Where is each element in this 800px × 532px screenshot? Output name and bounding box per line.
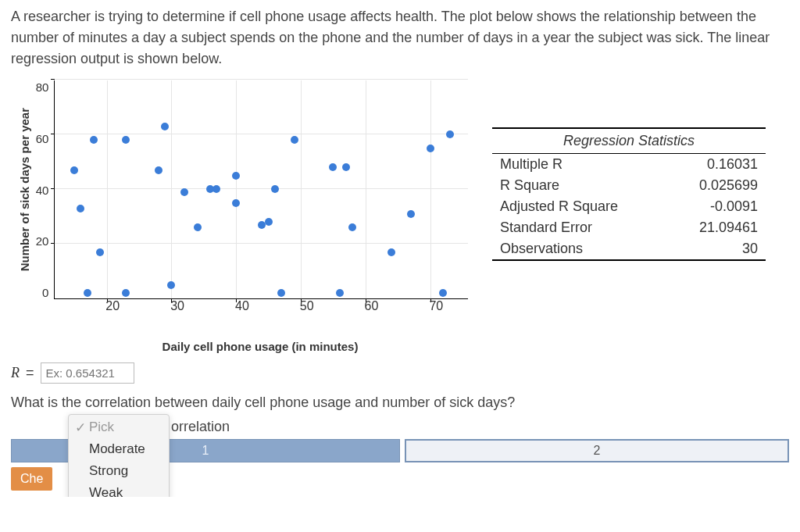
data-point	[70, 166, 78, 174]
r-symbol: R	[11, 365, 20, 381]
dropdown-option-weak[interactable]: Weak	[69, 482, 169, 497]
r-value-input[interactable]	[41, 362, 134, 384]
y-tick: 60	[36, 132, 49, 145]
y-tick: 20	[36, 234, 49, 248]
data-point	[291, 136, 298, 144]
stat-value: -0.0091	[668, 196, 766, 217]
data-point	[277, 289, 285, 297]
stat-label: Adjusted R Square	[492, 196, 668, 217]
data-point	[232, 172, 240, 180]
correlation-question: What is the correlation between daily ce…	[11, 395, 789, 411]
data-point	[271, 185, 279, 193]
data-point	[232, 199, 240, 207]
dropdown-option-moderate[interactable]: Moderate	[69, 438, 169, 460]
x-axis-label: Daily cell phone usage (in minutes)	[162, 340, 359, 353]
y-tick: 0	[42, 286, 48, 299]
x-axis-ticks: 203040506070	[61, 299, 475, 316]
data-point	[155, 166, 162, 174]
stat-label: R Square	[492, 175, 668, 196]
plot-area	[54, 80, 468, 299]
data-point	[90, 136, 98, 144]
data-point	[167, 281, 175, 289]
data-point	[77, 205, 84, 212]
chart-and-stats-row: Number of sick days per year 80 60 40 20…	[11, 80, 789, 353]
dropdown-option-pick[interactable]: Pick	[69, 416, 169, 438]
x-tick: 30	[170, 299, 184, 313]
data-point	[212, 185, 220, 193]
data-point	[329, 163, 337, 171]
stat-label: Multiple R	[492, 154, 668, 176]
data-point	[161, 123, 169, 130]
data-point	[84, 289, 91, 297]
table-row: Observations30	[492, 238, 766, 260]
data-point	[407, 210, 415, 218]
y-axis-ticks: 80 60 40 20 0	[36, 80, 55, 299]
table-row: R Square0.025699	[492, 175, 766, 196]
x-tick: 60	[365, 299, 379, 313]
scatter-chart: Number of sick days per year 80 60 40 20…	[11, 80, 475, 353]
data-point	[427, 145, 434, 152]
dropdown-option-strong[interactable]: Strong	[69, 460, 169, 482]
regression-stats-table: Regression Statistics Multiple R0.16031R…	[492, 127, 766, 261]
data-point	[342, 163, 350, 171]
data-point	[180, 188, 188, 196]
table-row: Standard Error21.09461	[492, 217, 766, 238]
correlation-dropdown[interactable]: Pick Moderate Strong Weak	[68, 414, 170, 497]
r-input-row: R =	[11, 362, 789, 384]
data-point	[336, 289, 344, 297]
stat-value: 0.16031	[668, 154, 766, 176]
data-point	[446, 130, 454, 138]
y-tick: 40	[36, 184, 49, 197]
data-point	[388, 248, 395, 256]
step-bar-2[interactable]: 2	[405, 439, 789, 462]
stat-value: 0.025699	[668, 175, 766, 196]
stat-label: Standard Error	[492, 217, 668, 238]
stat-value: 30	[668, 238, 766, 260]
stat-value: 21.09461	[668, 217, 766, 238]
data-point	[122, 136, 130, 144]
data-point	[348, 223, 356, 231]
stats-header: Regression Statistics	[492, 128, 766, 154]
stat-label: Observations	[492, 238, 668, 260]
check-button[interactable]: Che	[11, 467, 52, 491]
data-point	[439, 289, 447, 297]
dropdown-trailing-text: orrelation	[171, 419, 230, 435]
question-prompt: A researcher is trying to determine if c…	[11, 6, 789, 70]
x-tick: 70	[429, 299, 443, 313]
data-point	[265, 218, 273, 226]
table-row: Adjusted R Square-0.0091	[492, 196, 766, 217]
y-tick: 80	[36, 80, 49, 94]
data-point	[194, 223, 202, 231]
x-tick: 40	[235, 299, 249, 313]
equals-sign: =	[26, 365, 34, 381]
data-point	[96, 248, 104, 256]
y-axis-label: Number of sick days per year	[18, 108, 31, 271]
data-point	[122, 289, 130, 297]
table-row: Multiple R0.16031	[492, 154, 766, 176]
x-tick: 50	[300, 299, 314, 313]
x-tick: 20	[105, 299, 120, 313]
